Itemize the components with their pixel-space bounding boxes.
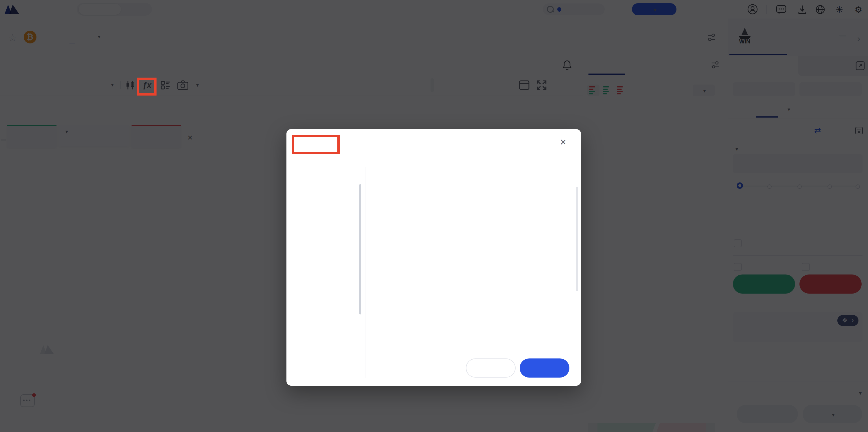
modal-list-scrollbar[interactable] [359,184,361,314]
annotation-box-fx-icon [137,78,157,95]
modal-close-icon[interactable]: × [560,136,566,148]
annotation-box-indicators-title [292,135,340,154]
modal-scrollbar[interactable] [576,187,578,291]
modal-header-divider [286,161,581,161]
confirm-button[interactable] [520,358,569,378]
reset-button[interactable] [466,358,516,378]
mexc-futures-app: ☀ ⚙ ☆ ₿ WIN › [0,0,868,432]
indicators-modal: × [286,129,581,386]
